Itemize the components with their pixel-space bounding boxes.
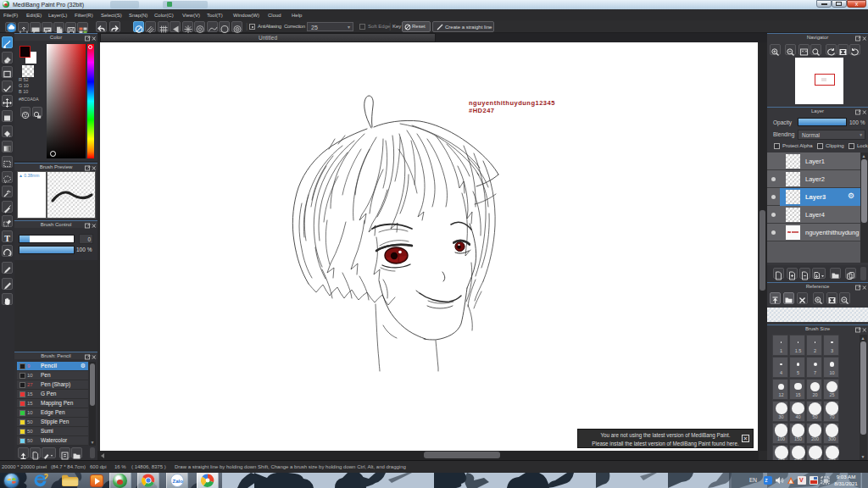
svg-text:T: T [4, 234, 10, 243]
